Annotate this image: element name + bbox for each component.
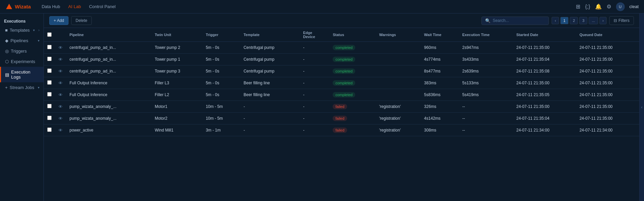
chevron-down-icon: ▾ [38, 86, 39, 89]
code-icon[interactable]: {;} [585, 4, 590, 10]
col-queued-date[interactable]: Queued Date [576, 28, 639, 42]
search-input[interactable] [493, 18, 545, 23]
col-started-date[interactable]: Started Date [513, 28, 576, 42]
user-avatar[interactable]: U [616, 2, 625, 11]
row-checkbox[interactable] [44, 89, 55, 101]
collapse-panel[interactable]: ‹ [639, 13, 644, 201]
delete-button[interactable]: Delete [71, 16, 92, 25]
row-warnings [376, 65, 421, 77]
row-started-date: 24-07-11 21:35:08 [513, 65, 576, 77]
col-execution-time[interactable]: Execution Time [459, 28, 513, 42]
col-status[interactable]: Status [329, 28, 376, 42]
row-edge-device: - [300, 89, 330, 101]
filters-button[interactable]: ⊟ Filters [609, 16, 634, 25]
eye-icon[interactable]: 👁 [58, 69, 63, 74]
status-badge: completed [333, 45, 355, 50]
row-checkbox[interactable] [44, 42, 55, 54]
row-pipeline: power_active [66, 124, 151, 136]
row-view[interactable]: 👁 [55, 54, 66, 65]
sidebar-item-label: Execution Logs [11, 69, 39, 80]
row-queued-date: 24-07-11 21:35:00 [576, 77, 639, 89]
eye-icon[interactable]: 👁 [58, 104, 63, 109]
bell-icon[interactable]: 🔔 [595, 3, 602, 10]
row-edge-device: - [300, 54, 330, 65]
grid-icon[interactable]: ⊞ [576, 3, 580, 10]
row-edge-device: - [300, 65, 330, 77]
app-logo[interactable]: Wizata [5, 3, 31, 10]
page-3-button[interactable]: 3 [579, 17, 587, 24]
execution-logs-icon: ▤ [5, 72, 9, 77]
eye-icon[interactable]: 👁 [58, 92, 63, 97]
col-edge-device[interactable]: EdgeDevice [300, 28, 330, 42]
col-twin-unit[interactable]: Twin Unit [151, 28, 202, 42]
sidebar-item-label: Pipelines [10, 38, 28, 43]
row-status: completed [329, 54, 376, 65]
col-pipeline[interactable]: Pipeline [66, 28, 151, 42]
col-trigger[interactable]: Trigger [202, 28, 240, 42]
sidebar-item-triggers[interactable]: ◎ Triggers [0, 46, 44, 56]
row-view[interactable]: 👁 [55, 42, 66, 54]
search-icon: 🔍 [485, 18, 491, 23]
nav-ai-lab[interactable]: AI Lab [68, 3, 81, 10]
col-wait-time[interactable]: Wait Time [421, 28, 459, 42]
row-wait-time: 308ms [421, 124, 459, 136]
sidebar-item-pipelines[interactable]: ◆ Pipelines ▾ [0, 35, 44, 46]
row-view[interactable]: 👁 [55, 89, 66, 101]
row-warnings [376, 54, 421, 65]
row-checkbox[interactable] [44, 101, 55, 113]
row-view[interactable]: 👁 [55, 77, 66, 89]
row-execution-time: 3s433ms [459, 54, 513, 65]
status-badge: completed [333, 68, 355, 74]
page-prev-button[interactable]: ‹ [552, 17, 559, 24]
user-label[interactable]: cleat [629, 4, 639, 9]
row-queued-date: 24-07-11 21:35:00 [576, 54, 639, 65]
row-warnings: 'registration' [376, 101, 421, 113]
nav-control-panel[interactable]: Control Panel [89, 3, 116, 10]
row-trigger: 10m - 5m [202, 101, 240, 113]
row-twin-unit: Filler L3 [151, 77, 202, 89]
row-status: completed [329, 42, 376, 54]
sidebar-item-templates[interactable]: ■ Templates ▾ › [0, 25, 44, 35]
row-checkbox[interactable] [44, 113, 55, 124]
row-twin-unit: Wind Mill1 [151, 124, 202, 136]
sidebar-item-label: Stream Jobs [10, 85, 34, 90]
page-next-button[interactable]: › [599, 17, 607, 24]
chevron-down-icon: ▾ [38, 39, 39, 42]
page-1-button[interactable]: 1 [560, 17, 568, 24]
eye-icon[interactable]: 👁 [58, 57, 63, 62]
col-warnings[interactable]: Warnings [376, 28, 421, 42]
row-execution-time: 5s133ms [459, 77, 513, 89]
row-warnings [376, 89, 421, 101]
row-view[interactable]: 👁 [55, 124, 66, 136]
row-view[interactable]: 👁 [55, 65, 66, 77]
sidebar-item-execution-logs[interactable]: ▤ Execution Logs [0, 67, 44, 82]
add-button[interactable]: + Add [49, 16, 68, 25]
page-2-button[interactable]: 2 [570, 17, 578, 24]
eye-icon[interactable]: 👁 [58, 45, 63, 50]
row-wait-time: 4s142ms [421, 113, 459, 124]
eye-icon[interactable]: 👁 [58, 81, 63, 86]
pagination-controls: ‹ 1 2 3 ... › [552, 17, 607, 24]
page-ellipsis-button[interactable]: ... [589, 17, 598, 24]
table-row: 👁 pump_wizata_anomaly_... Motor1 10m - 5… [44, 101, 639, 113]
col-template[interactable]: Template [240, 28, 300, 42]
row-trigger: 5m - 0s [202, 65, 240, 77]
eye-icon[interactable]: 👁 [58, 128, 63, 133]
row-started-date: 24-07-11 21:35:00 [513, 42, 576, 54]
gear-icon[interactable]: ⚙ [607, 3, 611, 10]
row-checkbox[interactable] [44, 54, 55, 65]
row-view[interactable]: 👁 [55, 113, 66, 124]
row-edge-device: - [300, 77, 330, 89]
row-twin-unit: Tower pump 3 [151, 65, 202, 77]
row-checkbox[interactable] [44, 124, 55, 136]
status-badge: failed [333, 116, 347, 121]
row-checkbox[interactable] [44, 65, 55, 77]
select-all-checkbox[interactable] [47, 32, 52, 37]
executions-table: Pipeline Twin Unit Trigger Template Edge… [44, 28, 639, 136]
nav-data-hub[interactable]: Data Hub [41, 3, 60, 10]
sidebar-item-stream-jobs[interactable]: + Stream Jobs ▾ [0, 82, 44, 93]
eye-icon[interactable]: 👁 [58, 116, 63, 121]
row-view[interactable]: 👁 [55, 101, 66, 113]
row-checkbox[interactable] [44, 77, 55, 89]
sidebar-item-experiments[interactable]: ⬡ Experiments [0, 56, 44, 67]
